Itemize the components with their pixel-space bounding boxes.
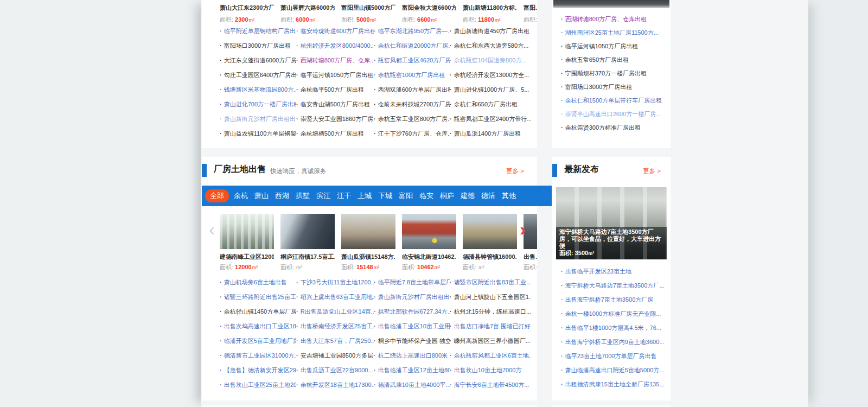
listing-link[interactable]: ·余杭仁和650方厂房出租 <box>450 97 531 112</box>
sale-card-photo[interactable] <box>220 214 274 249</box>
listing-link[interactable]: ·江干下沙760方厂房、仓库... <box>374 126 450 141</box>
listing-link[interactable]: ·海宁斜桥大马路边7亩土地3500方厂... <box>561 278 668 292</box>
listing-link-text[interactable]: 瓶窑凤都工业区2400方带行... <box>454 116 531 122</box>
listing-card-title[interactable]: 萧山大江东2300方厂... <box>220 4 274 12</box>
listing-link[interactable]: ·萧山河上镇旋山下五金园区1... <box>450 290 531 304</box>
listing-link-text[interactable]: 余杭瓶窑1000方厂房出租 <box>378 72 445 78</box>
carousel-prev-icon[interactable]: ‹ <box>209 220 215 238</box>
listing-link[interactable]: ·出售临浦工业区12亩土地80... <box>374 363 450 378</box>
listing-link[interactable]: ·杭州经济开发区8000/4000... <box>296 39 374 53</box>
region-tab[interactable]: 滨江 <box>313 189 334 202</box>
region-tab[interactable]: 上城 <box>354 189 375 202</box>
listing-link[interactable]: ·萧山新街元沙村厂房出租出售 <box>220 112 296 126</box>
listing-link[interactable]: ·出售海宁斜桥7亩土地3500方厂房 <box>561 292 668 307</box>
listing-link-text[interactable]: 海宁斜桥大马路边7亩土地3500方厂... <box>565 282 665 289</box>
listing-link[interactable]: ·德清武康10亩土地4000平... <box>374 378 450 392</box>
listing-link-text[interactable]: 萧山进化镇1000方厂房、5... <box>454 86 529 93</box>
listing-link-text[interactable]: 余杭五常650方厂房出租 <box>565 56 629 63</box>
listing-link-text[interactable]: 余杭开发区18亩土地17300... <box>301 381 374 388</box>
listing-link[interactable]: ·崇贤半山高速出口2600方一楼厂房... <box>561 107 668 121</box>
region-tab[interactable]: 建德 <box>457 189 478 202</box>
listing-link[interactable]: ·萧山新塘街道450方厂房出租 <box>450 24 531 39</box>
listing-link[interactable]: ·余杭仁和东西大道旁580方... <box>450 39 531 53</box>
listing-link[interactable]: ·仓前未来科技城2700方厂房... <box>374 97 450 112</box>
sale-card-title[interactable]: 临安锦北街道10462... <box>402 253 456 261</box>
listing-link[interactable]: ·出售店口净地7亩 围墙已打好 <box>450 319 531 334</box>
listing-link[interactable]: ·萧山临浦高速出口附近5亩地5000方... <box>561 363 668 377</box>
listing-card-title[interactable]: 萧山新塘11800方标... <box>463 4 517 12</box>
listing-link-text[interactable]: 出售临平1楼1000方层高4.5米，76... <box>565 325 661 331</box>
listing-link[interactable]: ·【急售】德清新安开发区29... <box>220 363 296 378</box>
listing-link-text[interactable]: 余杭临平500方厂房出租 <box>301 86 364 93</box>
listing-link-text[interactable]: 海宁长安6亩土地带4500方... <box>454 381 529 388</box>
listing-link-text[interactable]: 诸暨三环路附近出售25亩工... <box>224 294 296 300</box>
listing-link-text[interactable]: 临平东湖北路950方厂房—... <box>378 28 450 34</box>
listing-link-text[interactable]: 出租德清武康15亩土地全新厂房135... <box>565 381 665 387</box>
listing-link[interactable]: ·余杭经济开发区13000方全... <box>450 68 531 82</box>
listing-link-text[interactable]: 出售临浦工业区12亩土地80... <box>378 367 450 373</box>
listing-link-text[interactable]: 出售店口净地7亩 围墙已打好 <box>454 323 531 329</box>
listing-link[interactable]: ·瓶窑凤都工业区4620方厂房... <box>374 53 450 68</box>
sale-card-title[interactable]: 德清县钟管镇16000... <box>463 253 517 261</box>
listing-link-text[interactable]: 桐乡中节能环保产业园 独立... <box>378 338 450 344</box>
featured-listing-photo[interactable]: 海宁斜桥大马路边7亩土地3500方厂房，可以坐食品，位置好，大车进出方便 面积:… <box>556 187 667 259</box>
listing-link-text[interactable]: 临平附近7.8亩土地带单层厂... <box>378 279 450 285</box>
listing-link-text[interactable]: 诸暨市区附近出售83亩工业... <box>454 279 531 285</box>
listing-link[interactable]: ·出售次坞高速出口工业区18.... <box>220 319 296 334</box>
listing-link[interactable]: ·余杭一楼1000方标准厂房无产业限... <box>561 307 668 321</box>
sale-card[interactable]: 萧山瓜沥镇15148方... 面积:15148m² <box>341 214 395 271</box>
listing-link[interactable]: ·萧山瓜沥1400方厂房出租 <box>450 126 531 141</box>
listing-link[interactable]: ·下沙3号大街11亩土地1200... <box>296 275 374 290</box>
sale-card-photo[interactable] <box>280 214 335 249</box>
listing-link[interactable]: ·西湖转塘800方厂房、仓库... <box>296 53 374 68</box>
listing-link-text[interactable]: 杭州经济开发区8000/4000... <box>301 42 374 49</box>
listing-link-text[interactable]: 江干下沙760方厂房、仓库... <box>378 130 450 137</box>
listing-card[interactable]: 萧山昱辉六路6000方... 面积:6000m² <box>280 4 335 24</box>
listing-link-text[interactable]: 湖州南浔区25亩土地厂房11500方... <box>565 29 659 36</box>
listing-link[interactable]: ·临平附近单层钢结构厂房出租 <box>220 24 296 39</box>
listing-link-text[interactable]: 出售坎山工业区25亩土地20... <box>224 381 296 388</box>
listing-link[interactable]: ·安吉塘铺工业园8500方多层... <box>296 348 374 363</box>
listing-link-text[interactable]: 下沙3号大街11亩土地1200... <box>301 279 374 285</box>
sale-card-photo[interactable] <box>402 214 456 249</box>
listing-link-text[interactable]: 余杭瓶窑104国道旁800方... <box>454 57 527 63</box>
listing-link-text[interactable]: 临安玲珑街道600方厂房出租 <box>301 28 374 34</box>
listing-link[interactable]: ·嵊州高新园区三界小微园厂... <box>450 334 531 348</box>
listing-link-text[interactable]: 临浦开发区5亩工业用地厂房... <box>224 338 296 344</box>
listing-link-text[interactable]: 安吉塘铺工业园8500方多层... <box>301 352 374 359</box>
listing-link[interactable]: ·出售坎山工业区25亩土地20... <box>220 378 296 392</box>
region-tab[interactable]: 下城 <box>375 189 395 202</box>
listing-link[interactable]: ·余杭仁和街道20000方厂房... <box>374 39 450 53</box>
listing-link-text[interactable]: 出售海宁斜桥7亩土地3500方厂房 <box>565 296 654 303</box>
region-tab[interactable]: 西湖 <box>272 189 292 202</box>
listing-link[interactable]: ·临平运河镇1050方厂房出租 <box>296 68 374 82</box>
sale-card[interactable]: 临安锦北街道10462... 面积:10462m² <box>402 214 456 271</box>
sale-card-title[interactable]: 萧山瓜沥镇15148方... <box>341 253 395 261</box>
region-tab[interactable]: 其他 <box>499 189 519 202</box>
sidebar-photo-cropped[interactable] <box>553 0 669 8</box>
listing-link[interactable]: ·富阳场口3000方厂房出租 <box>220 39 296 53</box>
listing-link[interactable]: ·杭州北15分钟，练杭高速口... <box>450 304 531 319</box>
listing-link-text[interactable]: R出售瓜沥党山工业区14亩... <box>301 308 374 315</box>
sale-card[interactable]: 桐庐江南镇17.5亩工... 面积:m² <box>280 214 335 271</box>
sale-card-photo[interactable] <box>463 214 517 249</box>
listing-card-title[interactable]: 富阳... <box>524 4 537 12</box>
listing-link[interactable]: ·R出售瓜沥党山工业区14亩... <box>296 304 374 319</box>
listing-link[interactable]: ·勾庄工业园区6400方厂房出租 <box>220 68 296 82</box>
listing-link[interactable]: ·绍兴上虞出售63亩工业用地... <box>296 290 374 304</box>
region-tab[interactable]: 江干 <box>334 189 354 202</box>
sale-card-title[interactable]: 出售... <box>524 253 537 261</box>
listing-link-text[interactable]: 余杭崇贤300方标准厂房出租 <box>565 124 641 131</box>
listing-link-text[interactable]: 萧山新塘街道450方厂房出租 <box>454 28 529 34</box>
listing-link[interactable]: ·出售临浦工业区10亩工业用地 <box>374 319 450 334</box>
listing-link-text[interactable]: 西湖双浦600方单层厂房出租 <box>378 86 450 93</box>
listing-link-text[interactable]: 钱塘新区米基物流园800方... <box>224 86 296 93</box>
listing-link-text[interactable]: 瓶窑凤都工业区4620方厂房... <box>378 57 450 63</box>
listing-link-text[interactable]: 萧山机场旁6亩土地出售 <box>224 279 287 285</box>
sale-card[interactable]: 建德南峰工业区1200... 面积:12000m² <box>220 214 274 271</box>
sale-card[interactable]: 德清县钟管镇16000... 面积:m² <box>463 214 517 271</box>
listing-link[interactable]: ·临安玲珑街道600方厂房出租 <box>296 24 374 39</box>
listing-link[interactable]: ·余杭瓶窑凤都工业区6亩土地... <box>450 348 531 363</box>
sale-card-title[interactable]: 桐庐江南镇17.5亩工... <box>280 253 335 261</box>
listing-card[interactable]: 富阳金秋大道6600方... 面积:6600m² <box>402 4 456 24</box>
